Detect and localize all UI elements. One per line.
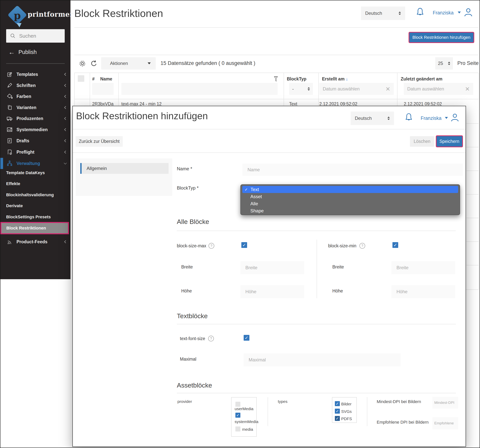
screen: p printformer ← Publish Templates	[0, 0, 480, 448]
notifications-bell-icon[interactable]	[415, 7, 425, 19]
pen-icon	[6, 82, 13, 89]
col-header-blocktyp[interactable]: BlockTyp	[287, 76, 306, 82]
help-icon[interactable]: ?	[208, 336, 214, 341]
add-block-restriction-button[interactable]: Block Restriktionen hinzufügen	[409, 32, 474, 43]
table-col-divider	[397, 73, 397, 106]
modal-language-select[interactable]: Deutsch	[351, 112, 394, 125]
min-hoehe-input[interactable]	[391, 285, 455, 298]
sidebar-item-block-restriktionen[interactable]: Block Restriktionen	[0, 222, 69, 234]
text-font-size-checkbox[interactable]: ✓	[244, 335, 249, 341]
section-divider	[177, 231, 456, 231]
sidebar-item-drafts[interactable]: Drafts	[0, 135, 71, 146]
user-menu[interactable]: Franziska	[433, 10, 453, 15]
types-svgs-checkbox[interactable]: ✓	[335, 409, 340, 414]
types-pdfs-checkbox[interactable]: ✓	[335, 416, 340, 421]
types-bilder-checkbox[interactable]: ✓	[335, 401, 340, 406]
sidebar-item-templates[interactable]: Templates	[0, 69, 71, 80]
back-to-overview-button[interactable]: Zurück zur Übersicht	[76, 136, 123, 147]
per-page-label: Pro Seite	[457, 60, 479, 66]
rec-dpi-input[interactable]	[432, 417, 458, 429]
sidebar-item-template-datakeys[interactable]: Template DataKeys	[0, 167, 71, 178]
block-size-max-label: block-size-max	[177, 243, 206, 249]
table-row-line	[466, 218, 479, 218]
printformer-logo-p: p	[10, 8, 24, 23]
sidebar-item-systemmedien[interactable]: Systemmedien	[0, 124, 71, 135]
save-button[interactable]: Speichern	[436, 135, 463, 147]
rss-feed-icon	[6, 238, 13, 245]
dropdown-option-asset[interactable]: Asset	[242, 193, 458, 200]
chevron-left-icon	[63, 83, 67, 88]
language-select[interactable]: Deutsch	[361, 7, 405, 20]
search-input[interactable]	[19, 33, 64, 39]
maximal-input[interactable]	[244, 353, 401, 366]
filter-id-input[interactable]	[92, 83, 114, 95]
col-header-created[interactable]: Erstellt am ↓	[322, 76, 348, 82]
delete-button[interactable]: Löschen	[410, 136, 434, 147]
refresh-icon[interactable]	[90, 59, 98, 68]
select-all-checkbox[interactable]	[78, 75, 84, 82]
filter-blocktyp-select[interactable]: -	[289, 83, 313, 95]
text-font-size-label: text-font-size	[180, 336, 205, 341]
user-menu[interactable]: Franziska	[421, 115, 441, 121]
col-header-id[interactable]: #	[92, 76, 95, 82]
sidebar-item-effekte[interactable]: Effekte	[0, 178, 71, 189]
sidebar-item-product-feeds[interactable]: Product-Feeds	[0, 236, 71, 247]
help-icon[interactable]: ?	[209, 243, 214, 249]
dropdown-option-alle[interactable]: Alle	[242, 200, 458, 207]
user-avatar-icon[interactable]	[450, 112, 460, 124]
sidebar-back-publish[interactable]: ← Publish	[8, 49, 37, 55]
dropdown-option-text[interactable]: ✓ Text	[242, 186, 458, 193]
min-breite-input[interactable]	[391, 261, 455, 274]
provider-systemmedia-checkbox[interactable]: ✓	[235, 413, 240, 418]
filter-funnel-icon[interactable]	[273, 75, 279, 83]
col-header-name[interactable]: Name	[100, 76, 112, 82]
provider-media-checkbox[interactable]	[235, 427, 240, 432]
user-avatar-icon[interactable]	[463, 7, 474, 19]
document-check-icon	[6, 149, 13, 156]
filter-created-date[interactable]: Datum auswählen ✕	[319, 83, 394, 95]
help-icon[interactable]: ?	[360, 243, 365, 249]
sidebar-item-blockinhaltsvalidierung[interactable]: Blockinhaltsvalidierung	[0, 190, 71, 200]
sidebar-item-blocksettings-presets[interactable]: BlockSettings Presets	[0, 212, 71, 222]
sidebar-item-preflight[interactable]: Preflight	[0, 147, 71, 158]
clear-icon[interactable]: ✕	[386, 86, 390, 92]
sidebar-item-derivate[interactable]: Derivate	[0, 200, 71, 211]
caret-down-icon	[148, 62, 151, 64]
add-block-restriction-modal: Block Restriktionen hinzufügen Deutsch F…	[72, 106, 466, 447]
block-size-max-checkbox[interactable]: ✓	[241, 242, 247, 248]
modal-title: Block Restriktionen hinzufügen	[76, 110, 208, 121]
actions-select[interactable]: Aktionen	[101, 57, 156, 70]
filter-modified-date[interactable]: Datum auswählen ✕	[404, 83, 473, 95]
min-dpi-input[interactable]	[432, 397, 458, 409]
notifications-bell-icon[interactable]	[404, 112, 414, 124]
user-caret-icon[interactable]	[445, 117, 448, 119]
column-divider	[268, 397, 268, 426]
provider-usermedia-checkbox[interactable]	[235, 402, 240, 407]
page-size-select[interactable]: 25	[435, 57, 453, 70]
table-row-line	[466, 123, 479, 124]
sidebar-search[interactable]	[6, 29, 65, 43]
max-hoehe-input[interactable]	[240, 285, 304, 298]
table-col-divider	[90, 73, 90, 106]
filter-name-input[interactable]	[121, 83, 278, 95]
settings-gear-icon[interactable]	[78, 59, 86, 68]
block-size-min-checkbox[interactable]: ✓	[392, 242, 398, 248]
select-stepper-icon	[448, 62, 450, 65]
rec-dpi-label: Empfohlene DPI bei Bildern	[377, 420, 429, 425]
tab-allgemein[interactable]: Allgemein	[80, 163, 169, 174]
sidebar-item-farben[interactable]: Farben	[0, 91, 71, 102]
max-breite-input[interactable]	[240, 261, 304, 274]
search-icon	[10, 33, 16, 39]
clear-icon[interactable]: ✕	[465, 86, 470, 92]
name-input[interactable]	[242, 164, 463, 176]
copies-icon	[6, 104, 13, 111]
sidebar-item-varianten[interactable]: Varianten	[0, 102, 71, 113]
sidebar-item-schriften[interactable]: Schriften	[0, 80, 71, 91]
logo-text: printformer	[28, 10, 73, 18]
sidebar-item-produzenten[interactable]: Produzenten	[0, 113, 71, 124]
dropdown-option-shape[interactable]: Shape	[242, 207, 458, 214]
modal-header-divider	[73, 129, 466, 129]
col-header-modified[interactable]: Zuletzt geändert am	[401, 76, 442, 82]
user-caret-icon[interactable]	[458, 12, 461, 14]
chevron-left-icon	[63, 94, 67, 99]
